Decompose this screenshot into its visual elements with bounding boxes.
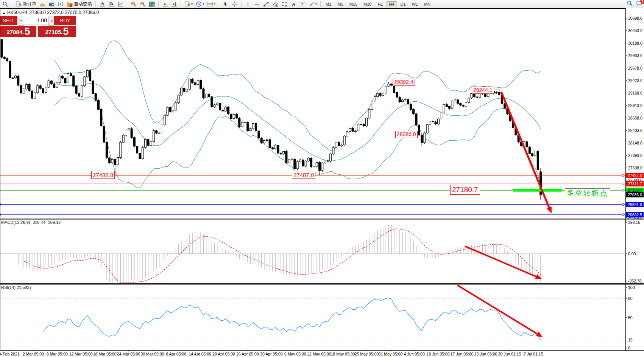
toolbar-group (128, 0, 157, 8)
search-button[interactable] (627, 0, 633, 8)
timeframe-M30[interactable]: M30 (361, 1, 374, 7)
symbol-info-bar: ▲HK50-,H427363.0 27372.0 27070.0 27086.0 (2, 10, 99, 15)
trendline-button[interactable] (262, 0, 270, 8)
toolbar-group: EFAT▾ (243, 0, 319, 8)
timeframe-H1[interactable]: H1 (375, 1, 385, 7)
time-axis-label: 18 May 05:00 (331, 352, 355, 356)
chart-candles-button[interactable] (107, 0, 115, 8)
chart-shift-button[interactable] (170, 0, 178, 8)
chat-button[interactable]: 1 (636, 0, 642, 8)
symbol-timeframe: HK50-,H4 (7, 10, 27, 15)
collapse-panel-icon[interactable]: ▲ (2, 11, 6, 15)
turning-point-label[interactable]: 多空转折点 (565, 188, 610, 198)
sell-price[interactable]: 27084.5 (0, 26, 36, 37)
time-axis-label: 26 Apr 05:00 (236, 352, 259, 356)
tile-windows-button[interactable] (148, 0, 156, 8)
periods-button[interactable]: ▾ (195, 0, 205, 8)
hline-button[interactable] (253, 0, 261, 8)
y-axis-label: 30188.0 (628, 41, 642, 45)
time-axis-label: 30 Mar 05:00 (140, 352, 164, 356)
hline-icon (254, 1, 260, 7)
timeframe-M15[interactable]: M15 (347, 1, 360, 7)
quick-search-icon (2, 1, 8, 7)
timeframe-W1[interactable]: W1 (409, 1, 421, 7)
crosshair-icon (232, 1, 238, 7)
indicators-button[interactable]: ▾ (206, 0, 217, 8)
dropdown-caret-icon[interactable]: ▾ (214, 2, 215, 6)
zoom-out-button[interactable] (139, 0, 147, 8)
rsi-scale-label: 100 (628, 285, 635, 290)
buy-button[interactable]: BUY (54, 16, 76, 26)
vline-button[interactable] (244, 0, 252, 8)
time-axis-label: 12 Mar 05:00 (69, 352, 93, 356)
toolbar-separator (127, 1, 127, 7)
svg-text:T: T (302, 3, 304, 6)
cursor-icon (223, 1, 229, 7)
buy-price[interactable]: 27105.5 (38, 26, 76, 37)
time-axis-label: 31 May 05:00 (379, 352, 403, 356)
sell-price-main: 27084 (7, 27, 23, 37)
zoom-in-button[interactable] (129, 0, 138, 8)
fibonacci-button[interactable]: F (280, 0, 288, 8)
templates-button[interactable]: ▾ (183, 0, 194, 8)
macd-indicator-label: MACD(12,26,9) -316.44 -169.12 (1, 220, 61, 225)
dropdown-caret-icon[interactable]: ▾ (203, 2, 204, 6)
lot-size-input[interactable] (23, 16, 48, 25)
price-badge-26682.5: 26682.5 (626, 212, 644, 217)
timeframe-MN[interactable]: MN (421, 1, 433, 7)
toolbar-right: 1 (624, 0, 642, 8)
macd-scale-label: 396.15 (628, 220, 640, 225)
signal-button[interactable] (56, 0, 65, 8)
cursor-button[interactable] (221, 0, 230, 8)
crosshair-button[interactable] (231, 0, 239, 8)
wallet-button[interactable] (47, 0, 56, 8)
price-label-27180[interactable]: 27180.7 (450, 185, 480, 195)
price-label-28086[interactable]: 28086.0 (395, 131, 418, 138)
dropdown-caret-icon[interactable]: ▾ (315, 2, 317, 6)
price-label-29392[interactable]: 29392.4 (393, 79, 415, 86)
time-axis-label: 25 May 05:00 (355, 352, 379, 356)
quick-search-button[interactable] (1, 0, 9, 8)
rsi-indicator-label: RSI(14) 21.5837 (1, 285, 32, 290)
timeframe-H4[interactable]: H4 (387, 1, 397, 7)
price-label-29244[interactable]: 29244.1 (472, 87, 494, 94)
chart-line-icon (117, 1, 123, 7)
autotrade-button[interactable]: 自动交易 (65, 0, 93, 8)
chart-bars-button[interactable] (98, 0, 106, 8)
rsi-scale-label: 50 (628, 315, 633, 320)
time-axis-label: 4 Feb 2021 (0, 352, 20, 356)
timeframe-D1[interactable]: D1 (398, 1, 409, 7)
channel-button[interactable]: E (271, 0, 279, 8)
timeframe-M1[interactable]: M1 (323, 1, 334, 7)
chart-line-button[interactable] (116, 0, 125, 8)
svg-text:F: F (285, 5, 287, 7)
toolbar-separator (12, 1, 12, 7)
dropdown-caret-icon[interactable]: ▾ (191, 2, 193, 6)
price-label-27487[interactable]: 27487.0 (292, 171, 315, 179)
signal-icon (58, 1, 64, 7)
sell-button[interactable]: SELL (0, 16, 17, 26)
svg-text:E: E (276, 5, 278, 7)
y-axis-label: 29423.0 (628, 78, 642, 83)
timeframe-M5[interactable]: M5 (335, 1, 346, 7)
ohlc-values: 27363.0 27372.0 27070.0 27086.0 (30, 10, 99, 15)
time-axis-label: 23 Jun 05:00 (474, 352, 497, 356)
label-button[interactable]: T (298, 0, 307, 8)
time-axis-label: 30 Jun 01:15 (498, 352, 521, 356)
gold-ingot-button[interactable] (38, 0, 47, 8)
vline-icon (245, 1, 251, 7)
toolbar-separator (219, 1, 219, 7)
arrows-button[interactable]: ▾ (307, 0, 318, 8)
text-button[interactable]: A (289, 0, 298, 8)
price-badge-26891.9: 26891.9 (626, 202, 644, 207)
periods-icon (196, 1, 202, 7)
auto-scroll-button[interactable] (161, 0, 169, 8)
y-axis-label: 28913.0 (628, 103, 642, 108)
new-order-icon (16, 1, 22, 7)
turning-point-highlight[interactable] (513, 189, 562, 192)
price-label-27488[interactable]: 27488.8 (91, 171, 115, 179)
new-order-button[interactable]: 新订单 (14, 0, 37, 8)
indicators-icon (207, 1, 213, 7)
rsi-scale-label: 0 (628, 346, 630, 350)
zoom-in-icon (131, 1, 137, 7)
